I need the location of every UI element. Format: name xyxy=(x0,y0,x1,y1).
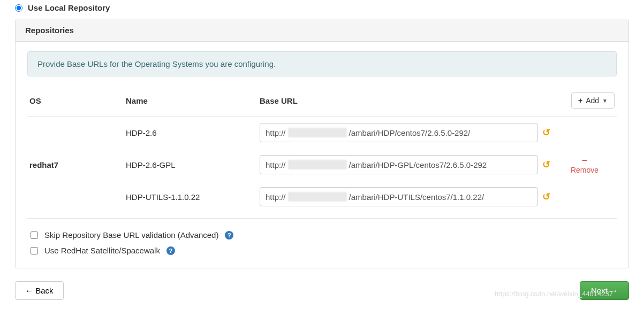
repo-name: HDP-2.6-GPL xyxy=(124,149,257,181)
redacted-host xyxy=(288,128,347,137)
os-cell: redhat7 xyxy=(27,117,124,213)
redacted-host xyxy=(288,192,347,202)
col-os: OS xyxy=(27,89,124,117)
plus-icon: + xyxy=(578,96,582,105)
skip-validation-checkbox[interactable] xyxy=(31,231,38,239)
base-url-input[interactable]: http:// /ambari/HDP-GPL/centos7/2.6.5.0-… xyxy=(260,155,538,174)
satellite-checkbox[interactable] xyxy=(31,247,38,254)
use-local-repo-label: Use Local Repository xyxy=(28,3,110,12)
table-row: redhat7 HDP-2.6 http:// /ambari/HDP/cent… xyxy=(27,117,617,149)
undo-icon[interactable]: ↺ xyxy=(542,127,550,138)
add-label: Add xyxy=(586,96,599,105)
add-button[interactable]: + Add ▼ xyxy=(571,92,615,109)
chevron-down-icon: ▼ xyxy=(602,98,608,104)
next-button[interactable]: Next → xyxy=(580,281,629,300)
undo-icon[interactable]: ↺ xyxy=(542,159,550,171)
base-url-input[interactable]: http:// /ambari/HDP/centos7/2.6.5.0-292/ xyxy=(260,123,538,142)
help-icon[interactable]: ? xyxy=(225,231,233,240)
minus-icon: – xyxy=(555,155,615,166)
redacted-host xyxy=(288,160,347,169)
repositories-panel: Repositories Provide Base URLs for the O… xyxy=(15,19,629,268)
col-name: Name xyxy=(124,89,257,117)
skip-validation-label: Skip Repository Base URL validation (Adv… xyxy=(44,230,218,240)
use-local-repo-radio[interactable] xyxy=(15,4,22,12)
repo-table: OS Name Base URL + Add ▼ xyxy=(27,89,617,213)
back-button[interactable]: ← Back xyxy=(15,281,64,300)
remove-label: Remove xyxy=(571,166,598,174)
repo-name: HDP-UTILS-1.1.0.22 xyxy=(124,181,257,213)
repo-name: HDP-2.6 xyxy=(124,117,257,149)
info-banner: Provide Base URLs for the Operating Syst… xyxy=(27,51,617,76)
remove-os-button[interactable]: – Remove xyxy=(555,155,615,175)
help-icon[interactable]: ? xyxy=(166,246,175,255)
satellite-label: Use RedHat Satellite/Spacewalk xyxy=(44,246,160,255)
panel-title: Repositories xyxy=(16,19,628,42)
col-url: Base URL xyxy=(257,89,552,117)
base-url-input[interactable]: http:// /ambari/HDP-UTILS/centos7/1.1.0.… xyxy=(260,187,538,206)
undo-icon[interactable]: ↺ xyxy=(542,191,550,203)
